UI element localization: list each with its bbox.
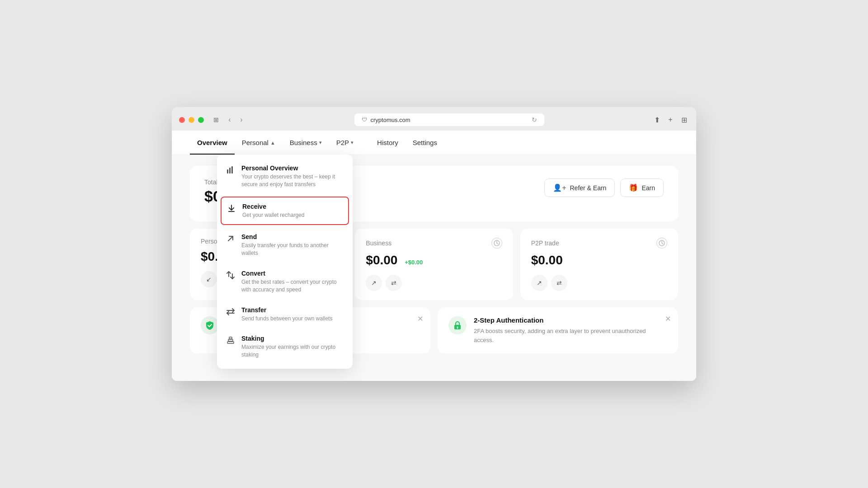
dropdown-personal-overview-title: Personal Overview [241,164,344,172]
url-text: cryptomus.com [371,117,410,123]
svg-rect-1 [229,168,231,174]
dropdown-convert-content: Convert Get the best rates – convert you… [241,270,344,294]
wallet-business-actions: ↗ ⇄ [366,275,502,291]
browser-actions: ⬆ + ⊞ [652,115,689,125]
sidebar-toggle-icon[interactable]: ⊞ [211,115,221,125]
top-right-actions: 👤+ Refer & Earn 🎁 Earn [544,178,664,197]
wallet-p2p-title: P2P trade [531,239,559,247]
dropdown-transfer-title: Transfer [241,306,344,314]
svg-rect-7 [227,342,234,343]
wallet-business-title: Business [366,239,392,247]
close-button[interactable] [179,117,185,123]
nav-item-personal[interactable]: Personal ▲ [235,131,283,155]
dropdown-staking-desc: Maximize your earnings with our crypto s… [241,343,344,359]
business-send-icon[interactable]: ↗ [366,275,382,291]
address-bar[interactable]: 🛡 cryptomus.com ↻ [354,113,544,126]
nav-item-history[interactable]: History [370,131,406,155]
earn-label: Earn [642,184,655,192]
dropdown-personal-overview-desc: Your crypto deserves the best – keep it … [241,173,344,188]
forward-button[interactable]: › [236,115,246,125]
personal-chevron-icon: ▲ [270,140,275,145]
personal-receive-icon[interactable]: ↙ [201,271,217,287]
nav-business-label: Business [290,139,317,146]
page-content: Overview Personal ▲ Business ▾ P2P ▾ His… [172,131,696,381]
dropdown-item-staking[interactable]: Staking Maximize your earnings with our … [217,328,353,365]
dropdown-staking-title: Staking [241,335,344,342]
staking-icon [226,336,235,345]
reload-icon[interactable]: ↻ [532,116,537,123]
minimize-button[interactable] [189,117,194,123]
top-nav: Overview Personal ▲ Business ▾ P2P ▾ His… [172,131,696,155]
dropdown-item-receive[interactable]: Receive Get your wallet recharged [221,197,349,225]
financial-close-icon[interactable]: ✕ [417,314,423,323]
dropdown-receive-content: Receive Get your wallet recharged [242,203,343,219]
business-history-icon[interactable] [491,238,502,249]
lock-icon [448,316,467,334]
wallet-card-p2p: P2P trade $0.00 ↗ ⇄ [520,229,678,300]
dropdown-receive-title: Receive [242,203,343,210]
send-icon [226,234,235,243]
refer-earn-icon: 👤+ [553,183,566,192]
back-button[interactable]: ‹ [225,115,235,125]
wallet-card-business: Business $0.00 +$0.00 ↗ [355,229,513,300]
dropdown-item-convert[interactable]: Convert Get the best rates – convert you… [217,263,353,300]
earn-button[interactable]: 🎁 Earn [620,178,664,197]
wallet-card-p2p-header: P2P trade [531,238,667,249]
nav-overview-label: Overview [197,139,227,146]
p2p-chevron-icon: ▾ [351,140,354,145]
nav-settings-label: Settings [413,139,437,146]
new-tab-icon[interactable]: + [665,115,675,125]
chart-icon [226,165,235,174]
p2p-history-icon[interactable] [656,238,667,249]
svg-rect-8 [228,339,233,341]
dropdown-item-personal-overview[interactable]: Personal Overview Your crypto deserves t… [217,158,353,195]
2fa-notif-desc: 2FA boosts security, adding an extra lay… [474,327,667,344]
wallet-business-amount: $0.00 +$0.00 [366,253,502,267]
nav-item-settings[interactable]: Settings [406,131,444,155]
business-badge: +$0.00 [405,259,423,266]
traffic-lights [179,117,204,123]
nav-arrows: ‹ › [225,115,246,125]
nav-item-business[interactable]: Business ▾ [283,131,329,155]
dropdown-send-desc: Easily transfer your funds to another wa… [241,242,344,257]
shield-icon [201,316,219,334]
personal-dropdown: Personal Overview Your crypto deserves t… [217,155,353,369]
refer-earn-button[interactable]: 👤+ Refer & Earn [544,178,615,197]
maximize-button[interactable] [198,117,204,123]
dropdown-receive-desc: Get your wallet recharged [242,211,343,219]
security-icon: 🛡 [362,117,367,123]
dropdown-staking-content: Staking Maximize your earnings with our … [241,335,344,359]
dropdown-transfer-content: Transfer Send funds between your own wal… [241,306,344,323]
dropdown-send-title: Send [241,233,344,240]
nav-p2p-label: P2P [336,139,349,146]
2fa-notif-title: 2-Step Authentication [474,316,667,324]
svg-rect-0 [227,169,228,174]
earn-icon: 🎁 [629,183,638,192]
wallet-p2p-amount: $0.00 [531,253,667,267]
p2p-transfer-icon[interactable]: ⇄ [551,275,567,291]
business-transfer-icon[interactable]: ⇄ [386,275,402,291]
nav-item-overview[interactable]: Overview [190,131,235,155]
svg-line-4 [228,236,233,241]
grid-icon[interactable]: ⊞ [679,115,689,125]
dropdown-transfer-desc: Send funds between your own wallets [241,315,344,323]
dropdown-item-transfer[interactable]: Transfer Send funds between your own wal… [217,300,353,329]
nav-items: Overview Personal ▲ Business ▾ P2P ▾ His… [190,131,444,155]
nav-personal-label: Personal [242,139,269,146]
transfer-icon [226,307,235,316]
dropdown-item-send[interactable]: Send Easily transfer your funds to anoth… [217,227,353,263]
wallet-p2p-actions: ↗ ⇄ [531,275,667,291]
dropdown-send-content: Send Easily transfer your funds to anoth… [241,233,344,257]
browser-chrome: ⊞ ‹ › 🛡 cryptomus.com ↻ ⬆ + ⊞ [172,107,696,131]
dropdown-convert-title: Convert [241,270,344,277]
nav-item-p2p[interactable]: P2P ▾ [329,131,361,155]
business-chevron-icon: ▾ [319,140,322,145]
2fa-notif-content: 2-Step Authentication 2FA boosts securit… [474,316,667,344]
refer-earn-label: Refer & Earn [570,184,606,192]
address-bar-container: 🛡 cryptomus.com ↻ [252,113,646,126]
p2p-send-icon[interactable]: ↗ [531,275,547,291]
dropdown-convert-desc: Get the best rates – convert your crypto… [241,278,344,294]
share-icon[interactable]: ⬆ [652,115,662,125]
svg-rect-2 [231,166,233,174]
2fa-close-icon[interactable]: ✕ [665,314,671,323]
